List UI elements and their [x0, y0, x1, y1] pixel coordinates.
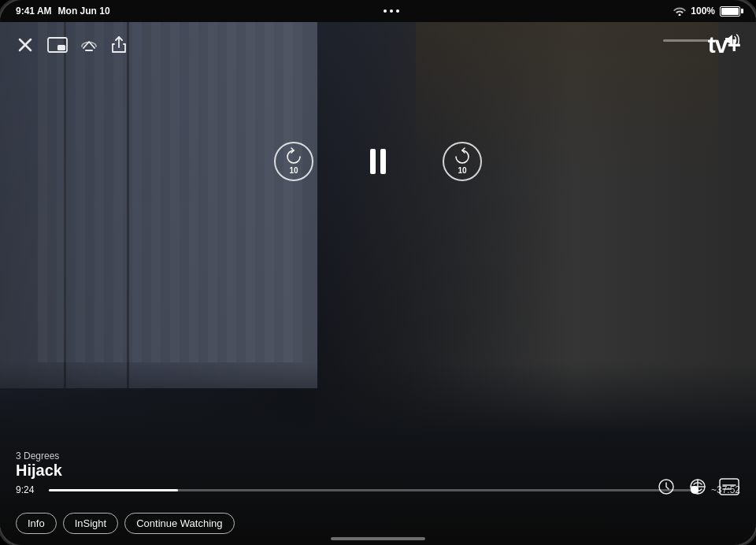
time: 9:41 AM	[16, 6, 52, 17]
battery-percentage: 100%	[691, 6, 715, 17]
pip-button[interactable]	[47, 36, 68, 54]
top-left-controls	[16, 35, 128, 54]
dot-1	[384, 9, 387, 13]
show-title: 3 Degrees	[16, 450, 740, 462]
forward-button[interactable]: 10	[443, 142, 482, 181]
share-button[interactable]	[110, 36, 128, 54]
middle-controls: 10 10	[0, 65, 756, 258]
progress-container: 9:24 ~37:52	[16, 484, 740, 495]
subtitles-button[interactable]	[718, 476, 740, 498]
playback-speed-button[interactable]	[655, 476, 677, 498]
progress-dot	[691, 486, 699, 494]
status-center	[384, 9, 399, 13]
rewind-seconds: 10	[289, 167, 298, 175]
pause-bar-right	[380, 149, 386, 174]
continue-watching-button[interactable]: Continue Watching	[124, 513, 234, 534]
current-time: 9:24	[16, 484, 41, 495]
ipad-frame: 9:41 AM Mon Jun 10 100%	[0, 0, 756, 545]
rewind-button[interactable]: 10	[274, 142, 313, 181]
progress-bar[interactable]	[49, 489, 695, 491]
svg-rect-4	[85, 50, 93, 51]
dot-3	[396, 9, 399, 13]
insight-button[interactable]: InSight	[63, 513, 118, 534]
battery-fill	[721, 8, 739, 15]
pause-icon	[370, 149, 386, 174]
dot-2	[390, 9, 393, 13]
battery-icon	[720, 6, 740, 17]
pause-button[interactable]	[361, 144, 395, 179]
info-button[interactable]: Info	[16, 513, 57, 534]
forward-seconds: 10	[458, 167, 466, 175]
video-area: tv+	[0, 22, 756, 545]
spacer	[0, 258, 756, 450]
volume-icon[interactable]	[724, 33, 740, 47]
volume-slider[interactable]	[663, 39, 718, 42]
title-area: 3 Degrees Hijack	[16, 450, 740, 480]
status-bar: 9:41 AM Mon Jun 10 100%	[0, 0, 756, 22]
episode-title: Hijack	[16, 462, 740, 480]
progress-fill	[49, 489, 178, 491]
status-right: 100%	[673, 6, 740, 17]
volume-control	[663, 33, 740, 47]
pause-bar-left	[370, 149, 376, 174]
svg-rect-8	[720, 479, 739, 495]
wifi-icon	[673, 6, 686, 16]
home-indicator	[331, 537, 425, 540]
controls-overlay: tv+	[0, 22, 756, 545]
close-button[interactable]	[16, 35, 35, 54]
date: Mon Jun 10	[58, 6, 110, 17]
top-controls: tv+	[0, 22, 756, 65]
bottom-controls: 3 Degrees Hijack 9:24 ~37:52	[0, 450, 756, 505]
status-left: 9:41 AM Mon Jun 10	[16, 6, 110, 17]
svg-rect-3	[57, 45, 65, 50]
airplay-button[interactable]	[80, 36, 98, 54]
